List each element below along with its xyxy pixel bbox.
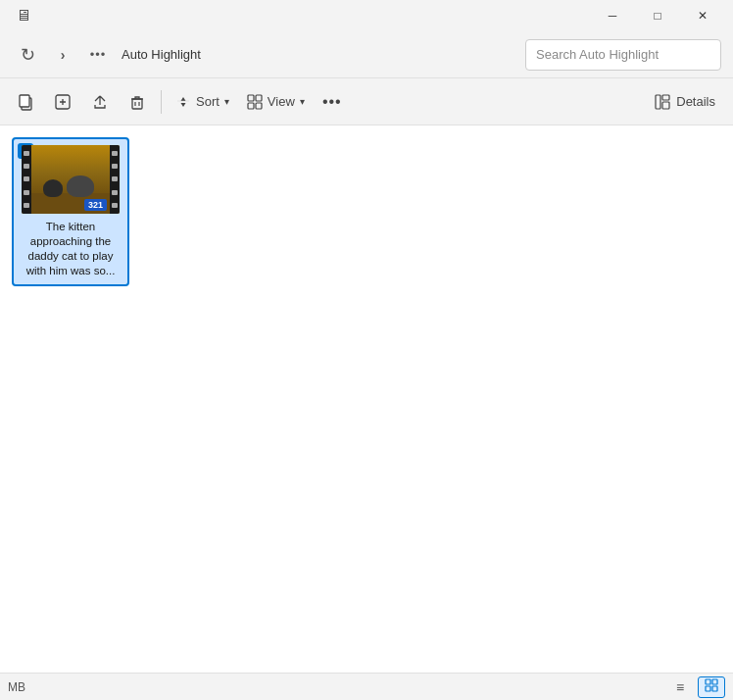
statusbar-info: MB: [8, 680, 25, 694]
cat-figure-small: [43, 179, 63, 197]
toolbar: Sort ▾ View ▾ ••• Details: [0, 78, 733, 125]
statusbar: MB ≡: [0, 673, 733, 700]
copy-icon: [17, 93, 34, 111]
separator-1: [161, 90, 162, 114]
svg-rect-13: [712, 679, 717, 684]
copy-button[interactable]: [8, 84, 43, 120]
more-options-button[interactable]: •••: [315, 84, 350, 120]
titlebar-left: 🖥: [8, 0, 39, 31]
addressbar: ↻ › ••• Auto Highlight Search Auto Highl…: [0, 31, 733, 78]
film-notch: [112, 176, 118, 181]
sort-label: Sort: [196, 94, 220, 109]
file-grid: ✓ 3: [12, 137, 721, 286]
delete-icon: [128, 93, 146, 111]
film-notch: [112, 203, 118, 208]
grid-icon: [705, 678, 718, 695]
share-icon: [91, 93, 109, 111]
film-badge: 321: [84, 199, 107, 211]
film-notch: [24, 203, 29, 208]
svg-rect-12: [706, 679, 710, 684]
details-button[interactable]: Details: [645, 84, 725, 120]
titlebar-controls: ─ □ ✕: [590, 0, 725, 31]
sort-button[interactable]: Sort ▾: [168, 84, 237, 120]
svg-rect-7: [248, 103, 254, 109]
svg-rect-3: [132, 99, 142, 109]
list-item[interactable]: ✓ 3: [12, 137, 129, 286]
breadcrumb: Auto Highlight: [122, 47, 201, 62]
share-button[interactable]: [82, 84, 118, 120]
view-chevron: ▾: [300, 96, 305, 107]
view-label: View: [268, 94, 295, 109]
view-icon: [247, 94, 263, 110]
film-notch: [112, 151, 118, 156]
svg-rect-9: [656, 95, 660, 109]
statusbar-right: ≡: [666, 676, 725, 698]
back-button[interactable]: ↻: [12, 39, 43, 71]
svg-rect-15: [712, 686, 717, 691]
film-notch: [24, 190, 29, 195]
svg-rect-1: [20, 95, 29, 107]
film-notches-right: [110, 145, 120, 214]
svg-rect-14: [706, 686, 710, 691]
film-notch: [112, 164, 118, 169]
film-content: 321: [31, 145, 110, 214]
svg-rect-10: [662, 95, 669, 100]
grid-view-button[interactable]: [698, 676, 725, 698]
sort-icon: [175, 94, 191, 110]
view-button[interactable]: View ▾: [239, 84, 313, 120]
delete-button[interactable]: [120, 84, 155, 120]
monitor-icon: 🖥: [8, 0, 39, 31]
film-notch: [24, 151, 29, 156]
breadcrumb-title: Auto Highlight: [122, 47, 201, 62]
more-nav-button[interactable]: •••: [82, 39, 114, 71]
details-icon: [655, 94, 670, 110]
highlight-button[interactable]: [45, 84, 80, 120]
svg-rect-8: [256, 103, 262, 109]
film-strip: 321: [22, 145, 120, 214]
svg-rect-6: [256, 95, 262, 101]
highlight-icon: [54, 93, 72, 111]
nav-buttons: ↻ › •••: [12, 39, 114, 71]
maximize-button[interactable]: □: [635, 0, 680, 31]
sort-chevron: ▾: [224, 96, 229, 107]
film-notches-left: [22, 145, 31, 214]
file-name: The kitten approaching the daddy cat to …: [20, 220, 122, 278]
list-view-button[interactable]: ≡: [666, 676, 694, 698]
main-content: ✓ 3: [0, 125, 733, 673]
forward-button[interactable]: ›: [47, 39, 78, 71]
film-notch: [112, 190, 118, 195]
titlebar: 🖥 ─ □ ✕: [0, 0, 733, 31]
svg-rect-5: [248, 95, 254, 101]
cat-figure-large: [67, 175, 94, 197]
details-label: Details: [676, 94, 715, 109]
list-icon: ≡: [676, 679, 684, 695]
svg-rect-11: [662, 102, 669, 109]
minimize-button[interactable]: ─: [590, 0, 635, 31]
more-icon: •••: [322, 93, 342, 111]
film-notch: [24, 176, 29, 181]
search-box[interactable]: Search Auto Highlight: [525, 39, 721, 71]
film-notch: [24, 164, 29, 169]
file-thumbnail: 321: [22, 145, 120, 214]
search-placeholder: Search Auto Highlight: [536, 47, 659, 62]
close-button[interactable]: ✕: [680, 0, 725, 31]
